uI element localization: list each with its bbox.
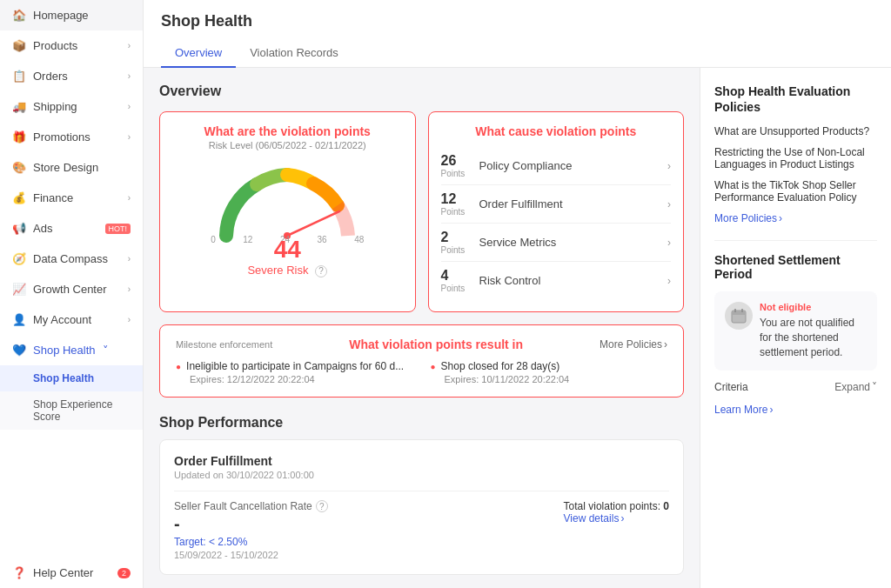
chevron-right-icon: › <box>620 512 624 525</box>
sidebar-item-label: Growth Center <box>33 283 121 296</box>
products-icon: 📦 <box>12 39 26 52</box>
settlement-box: Not eligible You are not qualified for t… <box>714 291 877 370</box>
sidebar-item-ads[interactable]: 📢 Ads HOT! <box>0 213 143 244</box>
settlement-text-block: Not eligible You are not qualified for t… <box>760 302 867 359</box>
sidebar-sub-item-shop-experience-score[interactable]: Shop Experience Score <box>0 391 143 430</box>
order-fulfillment-title: Order Fulfillment <box>174 454 669 468</box>
chevron-down-icon: ˅ <box>872 381 877 393</box>
overview-cards-grid: What are the violation points Risk Level… <box>159 111 684 312</box>
page-header: Shop Health Overview Violation Records <box>144 0 891 68</box>
sidebar-item-shipping[interactable]: 🚚 Shipping › <box>0 91 143 122</box>
main-scrollable: Overview What are the violation points R… <box>144 68 700 588</box>
cause-row-fulfillment[interactable]: 12 Points Order Fulfillment › <box>441 185 672 224</box>
order-fulfillment-card: Order Fulfillment Updated on 30/10/2022 … <box>159 439 684 575</box>
gauge-severity: Severe Risk ? <box>209 264 365 277</box>
sidebar-item-promotions[interactable]: 🎁 Promotions › <box>0 122 143 152</box>
calendar-icon <box>730 307 747 324</box>
page-title: Shop Health <box>161 12 874 30</box>
policy-link-2[interactable]: What is the TikTok Shop Seller Performan… <box>714 179 877 204</box>
ads-icon: 📢 <box>12 222 26 235</box>
sidebar-item-finance[interactable]: 💰 Finance › <box>0 183 143 213</box>
data-compass-icon: 🧭 <box>12 252 26 265</box>
metric-name: Seller Fault Cancellation Rate ? <box>174 500 328 512</box>
finance-icon: 💰 <box>12 191 26 204</box>
severity-help-icon[interactable]: ? <box>315 265 327 277</box>
tab-bar: Overview Violation Records <box>161 39 874 67</box>
perf-metric-row: Seller Fault Cancellation Rate ? - Targe… <box>174 491 669 560</box>
cause-points-service: 2 Points <box>441 230 472 255</box>
more-policies-link[interactable]: More Policies › <box>600 338 667 351</box>
tick-48: 48 <box>354 235 364 244</box>
store-design-icon: 🎨 <box>12 161 26 174</box>
tab-overview[interactable]: Overview <box>161 39 236 68</box>
sidebar-item-help-center[interactable]: ❓ Help Center 2 <box>0 558 143 588</box>
sidebar-item-growth-center[interactable]: 📈 Growth Center › <box>0 274 143 304</box>
sidebar-item-label: Promotions <box>33 130 121 144</box>
main-content-area: Shop Health Overview Violation Records O… <box>144 0 891 588</box>
milestone-card: Milestone enforcement What violation poi… <box>159 324 684 398</box>
metric-target: Target: < 2.50% <box>174 536 328 548</box>
expand-button[interactable]: Expand ˅ <box>834 381 877 393</box>
milestone-text-1: Shop closed for 28 day(s) <box>441 360 560 372</box>
growth-center-icon: 📈 <box>12 283 26 296</box>
sidebar-item-data-compass[interactable]: 🧭 Data Compass › <box>0 244 143 274</box>
milestone-items: ● Ineligible to participate in Campaigns… <box>176 360 667 384</box>
more-policies-right-link[interactable]: More Policies › <box>714 212 877 224</box>
sidebar: 🏠 Homepage 📦 Products › 📋 Orders › 🚚 Shi… <box>0 0 144 588</box>
policy-link-1[interactable]: Restricting the Use of Non-Local Languag… <box>714 146 877 170</box>
metric-help-icon[interactable]: ? <box>316 500 328 512</box>
cause-row-service[interactable]: 2 Points Service Metrics › <box>441 224 672 262</box>
view-details-link[interactable]: View details › <box>564 512 669 525</box>
sidebar-item-products[interactable]: 📦 Products › <box>0 30 143 61</box>
milestone-item-1: ● Shop closed for 28 day(s) Expires: 10/… <box>431 360 668 384</box>
total-violation-label: Total violation points: 0 <box>564 500 669 512</box>
shop-health-icon: 💙 <box>12 344 26 357</box>
bullet-icon: ● <box>176 362 181 371</box>
sidebar-item-orders[interactable]: 📋 Orders › <box>0 61 143 91</box>
perf-metric-right: Total violation points: 0 View details › <box>564 500 669 525</box>
chevron-down-icon: › <box>128 132 131 142</box>
sidebar-item-label: Shipping <box>33 100 121 113</box>
cause-row-policy[interactable]: 26 Points Policy Compliance › <box>441 147 672 185</box>
milestone-text-0: Ineligible to participate in Campaigns f… <box>186 360 404 372</box>
tab-violation-records[interactable]: Violation Records <box>236 39 352 68</box>
hot-badge: HOT! <box>105 224 131 234</box>
overview-title: Overview <box>159 84 684 99</box>
chevron-down-icon: › <box>128 254 131 264</box>
sidebar-item-label: Orders <box>33 70 121 83</box>
milestone-enforcement-label: Milestone enforcement <box>176 339 272 350</box>
learn-more-link[interactable]: Learn More › <box>714 404 877 416</box>
sidebar-item-my-account[interactable]: 👤 My Account › <box>0 304 143 335</box>
cause-card-title: What cause violation points <box>441 124 672 138</box>
chevron-down-icon: › <box>128 284 131 294</box>
sidebar-item-store-design[interactable]: 🎨 Store Design <box>0 152 143 183</box>
shop-health-submenu: Shop Health Shop Experience Score <box>0 365 143 430</box>
chevron-down-icon: › <box>128 41 131 50</box>
home-icon: 🏠 <box>12 9 26 22</box>
violation-gauge-card: What are the violation points Risk Level… <box>159 111 416 312</box>
sidebar-item-homepage[interactable]: 🏠 Homepage <box>0 0 143 30</box>
sidebar-item-shop-health[interactable]: 💙 Shop Health ˅ <box>0 335 143 365</box>
shop-performance-title: Shop Performance <box>159 415 684 431</box>
milestone-bullet-0: ● Ineligible to participate in Campaigns… <box>176 360 413 372</box>
cause-points-fulfillment: 12 Points <box>441 191 472 217</box>
cause-row-risk[interactable]: 4 Points Risk Control › <box>441 262 672 299</box>
svg-rect-3 <box>732 311 746 315</box>
perf-metric-left: Seller Fault Cancellation Rate ? - Targe… <box>174 500 328 560</box>
metric-dash: - <box>174 514 328 534</box>
settlement-title: Shortened Settlement Period <box>714 253 877 281</box>
chevron-right-icon: › <box>664 338 667 351</box>
criteria-row: Criteria Expand ˅ <box>714 381 877 393</box>
chevron-right-icon: › <box>769 404 773 416</box>
sidebar-item-label: Store Design <box>33 161 131 174</box>
policy-link-0[interactable]: What are Unsupported Products? <box>714 125 877 137</box>
divider <box>714 240 877 241</box>
milestone-expiry-1: Expires: 10/11/2022 20:22:04 <box>445 374 668 384</box>
sidebar-sub-item-shop-health[interactable]: Shop Health <box>0 365 143 391</box>
sidebar-item-label: Finance <box>33 191 121 204</box>
sidebar-item-label: Shop Health <box>33 344 96 357</box>
sidebar-item-label: Homepage <box>33 9 131 22</box>
cause-points-policy: 26 Points <box>441 153 472 178</box>
sidebar-item-label: Help Center <box>33 566 109 579</box>
risk-level-label: Risk Level (06/05/2022 - 02/11/2022) <box>172 140 403 150</box>
